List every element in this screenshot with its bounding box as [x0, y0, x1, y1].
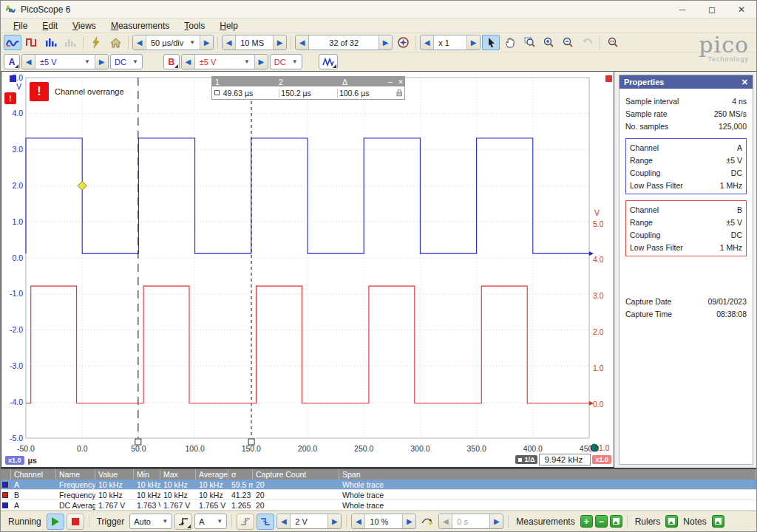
samples-input[interactable]: 10 MS: [235, 35, 274, 50]
zoom-overview-button[interactable]: [604, 35, 622, 50]
menu-item-measurements[interactable]: Measurements: [104, 19, 176, 33]
notes-button[interactable]: [712, 515, 724, 528]
edit-measurement-button[interactable]: [610, 515, 622, 528]
ruler-legend[interactable]: 1 2 Δ ─ ✕ 49.63 µs 150.2 µs 100.6 µs: [211, 76, 405, 100]
rulers-button[interactable]: [665, 515, 678, 528]
menu-item-tools[interactable]: Tools: [177, 19, 211, 33]
channel-b-button[interactable]: B: [163, 54, 180, 69]
measurements-header-Average[interactable]: Average: [196, 469, 228, 480]
channel-a-range-select[interactable]: ±5 V▼: [35, 55, 95, 69]
menu-item-file[interactable]: File: [7, 19, 34, 33]
waveform-plot[interactable]: 5.04.03.02.01.00.0-1.0-2.0-3.0-4.0-5.0V5…: [1, 72, 614, 466]
pretrigger-up-button[interactable]: ▶: [403, 514, 415, 528]
ruler-legend-close-button[interactable]: ✕: [394, 78, 404, 86]
x-scale-badge[interactable]: x1.0: [5, 456, 24, 465]
x-tick: 250.0: [354, 444, 373, 453]
measurement-cell: 20: [253, 491, 339, 499]
measurement-cell: DC Average: [56, 501, 95, 510]
channel-b-range-up-button[interactable]: ▶: [255, 55, 268, 69]
channel-a-range-up-button[interactable]: ▶: [95, 55, 108, 69]
ruler-legend-minimize-button[interactable]: ─: [384, 78, 394, 86]
menu-item-help[interactable]: Help: [213, 19, 245, 33]
zoom-in-button[interactable]: [540, 35, 557, 50]
trigger-label: Trigger: [94, 516, 128, 527]
pointer-tool-button[interactable]: [482, 35, 500, 50]
scope-view-button[interactable]: [4, 35, 21, 50]
channel-b-coupling-select[interactable]: DC▼: [270, 54, 302, 69]
pretrigger-input[interactable]: 10 %: [364, 514, 403, 528]
close-button[interactable]: ✕: [727, 1, 756, 18]
y-left-tick: 0.0: [12, 253, 23, 262]
zoom-factor[interactable]: x 1: [433, 35, 467, 50]
trigger-level-up-button[interactable]: ▶: [328, 514, 341, 528]
start-button[interactable]: [47, 514, 64, 530]
properties-close-icon[interactable]: ✕: [741, 78, 748, 87]
timebase-increase-button[interactable]: ▶: [200, 35, 213, 50]
measurements-header-Channel[interactable]: Channel: [11, 469, 56, 480]
measurements-header-Capture Count[interactable]: Capture Count: [253, 469, 339, 480]
delay-down-button[interactable]: ◀: [439, 514, 452, 528]
maximize-button[interactable]: ◻: [697, 1, 727, 18]
measurement-cell: 10 kHz: [196, 480, 228, 489]
measurements-header-Value[interactable]: Value: [95, 469, 134, 480]
measurement-cell: [1, 501, 11, 510]
channel-a-range-down-button[interactable]: ◀: [22, 55, 35, 69]
channel-a-button[interactable]: A: [4, 54, 20, 69]
scope-graph[interactable]: 5.04.03.02.01.00.0-1.0-2.0-3.0-4.0-5.0V5…: [1, 72, 614, 468]
trigger-source-select[interactable]: A▼: [194, 514, 227, 529]
measurements-header-indicator[interactable]: [1, 469, 11, 480]
timebase-decrease-button[interactable]: ◀: [133, 35, 146, 50]
advanced-trigger-button[interactable]: [174, 514, 192, 530]
samples-decrease-button[interactable]: ◀: [223, 35, 235, 50]
buffer-prev-button[interactable]: ◀: [296, 35, 308, 50]
delay-up-button[interactable]: ▶: [490, 514, 503, 528]
channel-b-range-down-button[interactable]: ◀: [182, 55, 194, 69]
measurement-cell: 1.763 V: [134, 501, 160, 510]
spectrum-view-button[interactable]: [42, 35, 60, 50]
persistence-view-button[interactable]: [23, 35, 41, 50]
menu-item-views[interactable]: Views: [66, 19, 103, 33]
falling-edge-button[interactable]: [257, 514, 274, 530]
timebase-select[interactable]: 50 µs/div▼: [146, 35, 200, 50]
remove-measurement-button[interactable]: −: [595, 515, 608, 528]
delay-input[interactable]: 0 s: [452, 514, 490, 528]
trigger-level-down-button[interactable]: ◀: [277, 514, 290, 528]
zoom-increase-button[interactable]: ▶: [467, 35, 480, 50]
zoom-out-button[interactable]: [559, 35, 577, 50]
measurement-row[interactable]: ADC Average1.767 V1.763 V1.767 V1.765 V1…: [1, 500, 756, 511]
measurements-header-σ[interactable]: σ: [228, 469, 253, 480]
buffer-position[interactable]: 32 of 32: [308, 35, 379, 50]
pretrigger-down-button[interactable]: ◀: [352, 514, 364, 528]
measurements-header-Name[interactable]: Name: [56, 469, 95, 480]
channel-b-range-select[interactable]: ±5 V▼: [194, 55, 255, 69]
rising-edge-button[interactable]: [237, 514, 254, 530]
right-scale-badge[interactable]: x1.0: [592, 455, 611, 464]
chevron-down-icon: ▼: [292, 58, 298, 65]
samples-increase-button[interactable]: ▶: [274, 35, 286, 50]
measurements-header-Min[interactable]: Min: [134, 469, 160, 480]
menu-item-edit[interactable]: Edit: [35, 19, 64, 33]
ruler-lock-checkbox[interactable]: [214, 90, 220, 95]
measurement-row[interactable]: AFrequency10 kHz10 kHz10 kHz10 kHz59.5 m…: [1, 480, 756, 490]
trigger-mode-select[interactable]: Auto▼: [129, 514, 172, 529]
zoom-decrease-button[interactable]: ◀: [421, 35, 433, 50]
channel-a-coupling-select[interactable]: DC▼: [110, 54, 143, 69]
trigger-level-input[interactable]: 2 V: [290, 514, 328, 528]
measurements-header-Span[interactable]: Span: [339, 469, 756, 480]
marquee-zoom-button[interactable]: [520, 35, 538, 50]
probe-wizard-button[interactable]: [87, 35, 105, 50]
home-button[interactable]: [106, 35, 124, 50]
post-trigger-delay-button[interactable]: [418, 514, 436, 530]
buffer-next-button[interactable]: ▶: [379, 35, 392, 50]
minimize-button[interactable]: ─: [668, 1, 697, 18]
measurements-header-Max[interactable]: Max: [160, 469, 196, 480]
stop-button[interactable]: [67, 514, 84, 530]
signal-generator-button[interactable]: [319, 54, 338, 69]
trigger-marker[interactable]: [78, 181, 86, 190]
add-measurement-button[interactable]: +: [580, 515, 593, 528]
hand-tool-button[interactable]: [501, 35, 519, 50]
measurement-row[interactable]: BFrequency10 kHz10 kHz10 kHz10 kHz41.23 …: [1, 490, 756, 500]
measurement-cell: 1.765 V: [196, 501, 228, 510]
y-right-tick: 4.0: [593, 255, 604, 264]
buffer-navigator-button[interactable]: [394, 35, 412, 50]
